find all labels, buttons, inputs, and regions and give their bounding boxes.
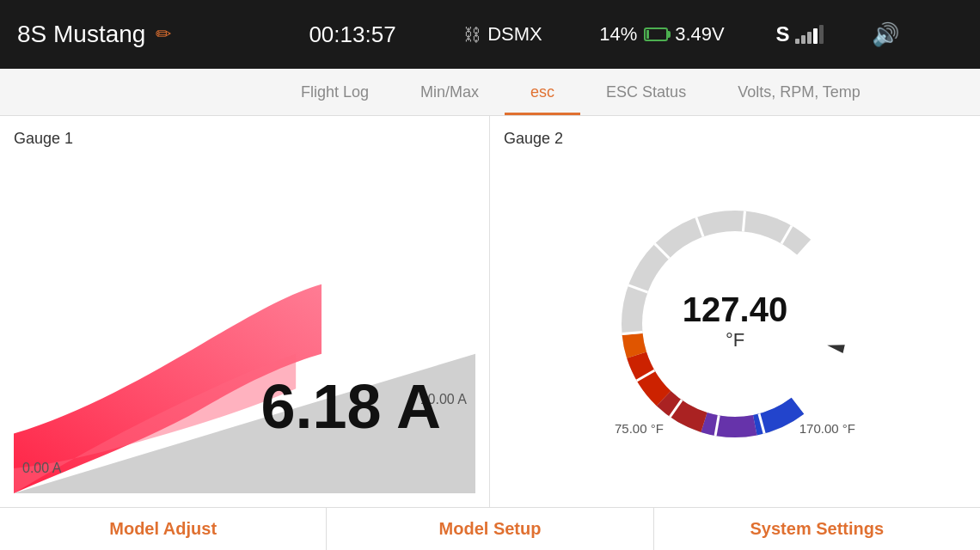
link-icon: ⛓	[463, 25, 481, 45]
spektrum-section: S	[748, 22, 851, 46]
battery-icon	[644, 28, 668, 41]
battery-voltage: 3.49V	[675, 23, 725, 46]
svg-line-9	[743, 211, 744, 232]
model-name-section: 8S Mustang ✏	[17, 21, 275, 48]
protocol-label: DSMX	[487, 23, 542, 46]
signal-bar-1	[795, 39, 799, 44]
tab-bar: Flight Log Min/Max esc ESC Status Volts,…	[0, 69, 980, 116]
gauge2-needle	[826, 341, 845, 353]
gauge2-unit: °F	[683, 329, 787, 351]
gauge2-content: 127.40 °F 75.00 °F 170.00 °F	[504, 155, 966, 493]
edit-icon[interactable]: ✏	[156, 23, 171, 46]
system-settings-button[interactable]: System Settings	[654, 508, 980, 550]
battery-fill	[646, 30, 649, 39]
svg-line-5	[622, 332, 643, 333]
model-setup-button[interactable]: Model Setup	[327, 508, 653, 550]
svg-marker-11	[826, 341, 845, 353]
signal-bars	[795, 25, 824, 44]
gauge2-max-label: 170.00 °F	[799, 421, 855, 436]
signal-bar-2	[801, 35, 805, 44]
gauge2-title: Gauge 2	[504, 130, 966, 148]
signal-bar-3	[807, 32, 812, 44]
model-adjust-button[interactable]: Model Adjust	[0, 508, 327, 550]
main-content: Gauge 1 10.00 A 6.18 A 0.00 A	[0, 116, 980, 507]
gauge2-value: 127.40	[683, 290, 787, 329]
gauge2-min-label: 75.00 °F	[615, 421, 664, 436]
tab-volts-rpm-temp[interactable]: Volts, RPM, Temp	[712, 69, 886, 115]
spektrum-logo: S	[775, 22, 789, 46]
timer-display: 00:13:57	[275, 21, 430, 48]
gauge1-min-label: 0.00 A	[22, 461, 61, 476]
header: 8S Mustang ✏ 00:13:57 ⛓ DSMX 14% 3.49V S…	[0, 0, 980, 69]
gauge2-panel: Gauge 2	[490, 116, 980, 507]
tab-esc[interactable]: esc	[505, 69, 580, 115]
protocol-section: ⛓ DSMX	[430, 23, 576, 46]
gauge1-value: 6.18 A	[261, 371, 441, 442]
tab-flight-log[interactable]: Flight Log	[275, 69, 395, 115]
tab-esc-status[interactable]: ESC Status	[580, 69, 712, 115]
gauge1-svg	[14, 155, 475, 493]
gauge2-svg-container: 127.40 °F 75.00 °F 170.00 °F	[597, 186, 873, 461]
gauge1-panel: Gauge 1 10.00 A 6.18 A 0.00 A	[0, 116, 490, 507]
model-name: 8S Mustang	[17, 21, 145, 48]
tab-min-max[interactable]: Min/Max	[395, 69, 505, 115]
gauge2-center-text: 127.40 °F	[683, 290, 787, 351]
battery-section: 14% 3.49V	[576, 23, 748, 46]
battery-percent: 14%	[599, 23, 637, 46]
footer: Model Adjust Model Setup System Settings	[0, 507, 980, 550]
signal-bar-4	[813, 28, 818, 44]
signal-bar-5	[819, 25, 824, 44]
volume-button[interactable]: 🔊	[851, 21, 920, 48]
gauge1-title: Gauge 1	[14, 130, 475, 148]
gauge1-chart: 10.00 A 6.18 A 0.00 A	[14, 155, 475, 493]
